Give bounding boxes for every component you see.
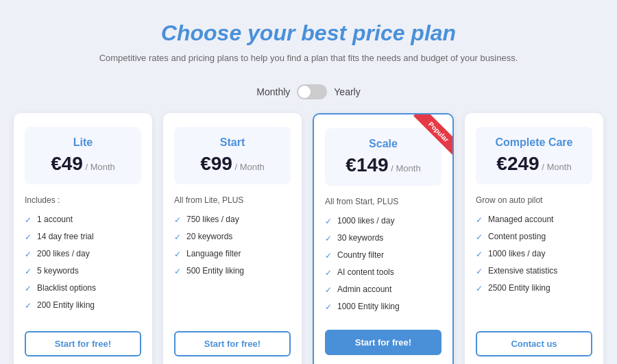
feature-list: ✓ 1000 likes / day ✓ 30 keywords ✓ Count… — [325, 216, 441, 319]
check-icon: ✓ — [476, 250, 483, 259]
billing-toggle: Monthly Yearly — [256, 84, 360, 99]
check-icon: ✓ — [25, 215, 32, 225]
feature-item: ✓ Blacklist options — [25, 283, 141, 293]
check-icon: ✓ — [25, 232, 32, 242]
plan-period: / Month — [83, 162, 115, 172]
feature-item: ✓ 1000 likes / day — [325, 216, 441, 226]
cta-button[interactable]: Start for free! — [174, 331, 291, 356]
check-icon: ✓ — [325, 285, 332, 295]
check-icon: ✓ — [476, 284, 483, 293]
page-title: Choose your best price plan — [99, 21, 518, 46]
plan-price: €149 / Month — [332, 154, 435, 176]
plan-name: Complete Care — [483, 136, 585, 149]
feature-list: ✓ Managed account ✓ Content posting ✓ 10… — [476, 215, 592, 320]
feature-item: ✓ 500 Entity liking — [174, 266, 291, 276]
plan-price: €49 / Month — [32, 153, 134, 175]
plan-period: / Month — [389, 163, 421, 173]
check-icon: ✓ — [325, 234, 332, 243]
monthly-label: Monthly — [256, 86, 290, 97]
check-icon: ✓ — [25, 250, 32, 259]
check-icon: ✓ — [476, 232, 483, 242]
check-icon: ✓ — [325, 217, 332, 226]
feature-item: ✓ 1000 Entity liking — [325, 302, 441, 312]
plan-price: €99 / Month — [181, 153, 284, 175]
feature-item: ✓ Country filter — [325, 250, 441, 260]
feature-item: ✓ Admin account — [325, 284, 441, 295]
feature-item: ✓ Language filter — [174, 249, 291, 259]
feature-item: ✓ 30 keywords — [325, 233, 441, 243]
feature-item: ✓ 200 likes / day — [25, 249, 141, 259]
plan-header: Scale €149 / Month — [325, 128, 441, 186]
plan-subtitle: Grow on auto pilot — [476, 195, 592, 206]
plan-period: / Month — [540, 162, 572, 172]
check-icon: ✓ — [476, 215, 483, 225]
cta-button[interactable]: Start for free! — [325, 330, 441, 355]
check-icon: ✓ — [325, 302, 332, 312]
plan-card-start: Start €99 / Month All from Lite, PLUS ✓ … — [163, 113, 302, 365]
plan-subtitle: All from Start, PLUS — [325, 197, 441, 208]
check-icon: ✓ — [174, 232, 181, 242]
cta-button[interactable]: Contact us — [476, 331, 592, 356]
plan-name: Lite — [32, 136, 134, 149]
check-icon: ✓ — [174, 250, 181, 259]
plan-name: Scale — [332, 138, 435, 150]
feature-item: ✓ 20 keywords — [174, 232, 291, 242]
check-icon: ✓ — [325, 268, 332, 278]
yearly-label: Yearly — [334, 86, 360, 97]
check-icon: ✓ — [476, 267, 483, 276]
plan-subtitle: Includes : — [25, 195, 141, 206]
feature-item: ✓ Content posting — [476, 232, 592, 242]
feature-item: ✓ 750 likes / day — [174, 215, 291, 225]
check-icon: ✓ — [25, 267, 32, 276]
feature-item: ✓ 5 keywords — [25, 266, 141, 276]
plan-header: Lite €49 / Month — [25, 127, 141, 184]
plan-subtitle: All from Lite, PLUS — [174, 195, 291, 206]
check-icon: ✓ — [325, 251, 332, 260]
plan-period: / Month — [232, 162, 265, 172]
check-icon: ✓ — [174, 267, 181, 276]
feature-item: ✓ Managed account — [476, 215, 592, 225]
check-icon: ✓ — [25, 284, 32, 293]
plan-card-scale: Popular Scale €149 / Month All from Star… — [313, 113, 454, 365]
check-icon: ✓ — [25, 301, 32, 311]
feature-item: ✓ AI content tools — [325, 267, 441, 278]
page-subtitle: Competitive rates and pricing plans to h… — [99, 51, 518, 65]
cta-button[interactable]: Start for free! — [25, 331, 141, 356]
billing-switch[interactable] — [297, 84, 327, 99]
plan-name: Start — [181, 136, 284, 149]
feature-list: ✓ 1 account ✓ 14 day free trial ✓ 200 li… — [25, 215, 141, 320]
plan-card-complete-care: Complete Care €249 / Month Grow on auto … — [465, 113, 603, 365]
feature-item: ✓ 200 Entity liking — [25, 300, 141, 311]
plans-container: Lite €49 / Month Includes : ✓ 1 account … — [14, 113, 603, 365]
plan-price: €249 / Month — [483, 153, 585, 175]
plan-header: Complete Care €249 / Month — [476, 127, 592, 184]
page-header: Choose your best price plan Competitive … — [99, 21, 518, 65]
feature-item: ✓ 2500 Entity liking — [476, 283, 592, 293]
feature-item: ✓ 1000 likes / day — [476, 249, 592, 259]
plan-card-lite: Lite €49 / Month Includes : ✓ 1 account … — [14, 113, 152, 365]
check-icon: ✓ — [174, 215, 181, 225]
plan-header: Start €99 / Month — [174, 127, 291, 184]
feature-item: ✓ Extensive statistics — [476, 266, 592, 276]
feature-item: ✓ 1 account — [25, 215, 141, 225]
feature-list: ✓ 750 likes / day ✓ 20 keywords ✓ Langua… — [174, 215, 291, 320]
feature-item: ✓ 14 day free trial — [25, 232, 141, 242]
